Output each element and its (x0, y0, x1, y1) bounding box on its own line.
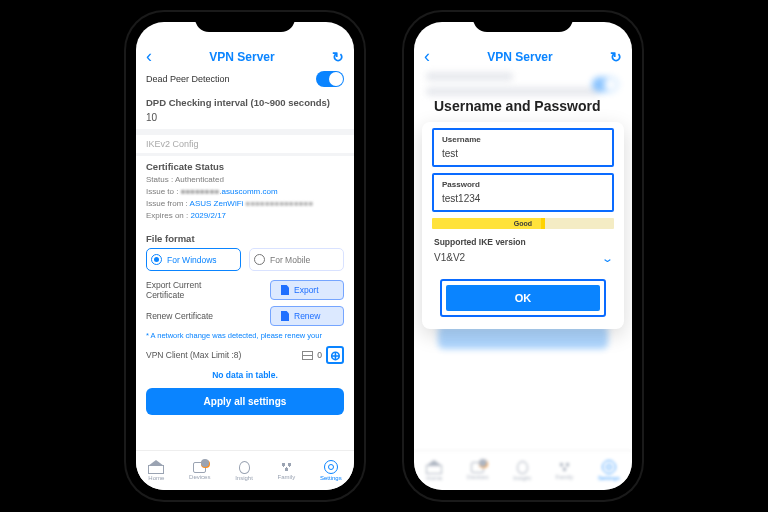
settings-icon (324, 460, 338, 474)
file-format-row: For Windows For Mobile (136, 246, 354, 277)
tab-settings[interactable]: Settings (598, 460, 620, 481)
renew-label: Renew Certificate (146, 311, 213, 321)
screen-right: ‹ VPN Server ↻ Username and Password Use… (414, 22, 632, 490)
dpd-interval-label: DPD Checking interval (10~900 seconds) (136, 92, 354, 110)
tab-family[interactable]: Family (278, 461, 296, 480)
family-icon (557, 461, 572, 473)
tab-devices[interactable]: 1Devices (189, 462, 210, 480)
cert-status-label: Certificate Status (136, 156, 354, 174)
vpn-client-count: 0 (317, 350, 322, 360)
document-icon (281, 285, 289, 295)
password-label: Password (442, 180, 604, 189)
username-value: test (442, 144, 604, 159)
ike-version-label: Supported IKE version (422, 229, 624, 249)
radio-icon (151, 254, 162, 265)
cert-issue-to-link[interactable]: asuscomm.com (222, 187, 278, 196)
notch (473, 12, 573, 32)
tab-home[interactable]: Home (148, 460, 164, 481)
chevron-down-icon: ⌄ (601, 252, 614, 265)
refresh-icon[interactable]: ↻ (332, 49, 344, 65)
back-icon[interactable]: ‹ (146, 46, 152, 67)
devices-icon: 1 (471, 462, 484, 473)
username-field[interactable]: Username test (432, 128, 614, 167)
document-icon (281, 311, 289, 321)
export-label: Export Current Certificate (146, 280, 216, 300)
header-title: VPN Server (209, 50, 274, 64)
renew-button[interactable]: Renew (270, 306, 344, 326)
cert-status: Status : Authenticated (146, 174, 344, 186)
password-strength: Good (432, 218, 614, 229)
vpn-client-label: VPN Client (Max Limit :8) (146, 350, 241, 360)
family-icon (279, 461, 294, 473)
ike-version-value: V1&V2 (434, 252, 465, 265)
ok-button-highlight: OK (440, 279, 606, 317)
dpd-label: Dead Peer Detection (146, 74, 230, 84)
username-label: Username (442, 135, 604, 144)
radio-for-windows[interactable]: For Windows (146, 248, 241, 271)
settings-icon (602, 460, 616, 474)
vpn-client-row: VPN Client (Max Limit :8) 0 ⊕ (136, 340, 354, 366)
home-icon (426, 465, 442, 474)
phone-left: ‹ VPN Server ↻ Dead Peer Detection DPD C… (126, 12, 364, 500)
radio-label: For Windows (167, 255, 217, 265)
export-button[interactable]: Export (270, 280, 344, 300)
renew-row: Renew Certificate Renew (136, 303, 354, 329)
add-vpn-client-button[interactable]: ⊕ (326, 346, 344, 364)
radio-icon (254, 254, 265, 265)
devices-icon: 1 (193, 462, 206, 473)
apply-all-settings-button[interactable]: Apply all settings (146, 388, 344, 415)
devices-badge: 1 (479, 460, 488, 468)
devices-badge: 1 (201, 460, 210, 468)
tab-devices[interactable]: 1Devices (467, 462, 488, 480)
radio-label: For Mobile (270, 255, 310, 265)
screen-left: ‹ VPN Server ↻ Dead Peer Detection DPD C… (136, 22, 354, 490)
radio-for-mobile[interactable]: For Mobile (249, 248, 344, 271)
tab-settings[interactable]: Settings (320, 460, 342, 481)
ike-version-select[interactable]: V1&V2 ⌄ (422, 249, 624, 275)
ok-button[interactable]: OK (446, 285, 600, 311)
insight-icon (517, 461, 528, 474)
credentials-modal: Username and Password Username test Pass… (422, 122, 624, 329)
no-data-label: No data in table. (136, 366, 354, 386)
tab-insight[interactable]: Insight (513, 461, 531, 481)
cert-lines: Status : Authenticated Issue to : ■■■■■■… (136, 174, 354, 228)
ikev2-config-label: IKEv2 Config (136, 135, 354, 153)
insight-icon (239, 461, 250, 474)
phone-right: ‹ VPN Server ↻ Username and Password Use… (404, 12, 642, 500)
cert-issue-from-link[interactable]: ASUS ZenWiFi (190, 199, 244, 208)
table-icon (302, 351, 313, 360)
password-value: test1234 (442, 189, 604, 204)
tab-family[interactable]: Family (556, 461, 574, 480)
cert-issue-to: Issue to : ■■■■■■■■.asuscomm.com (146, 186, 344, 198)
tab-bar: Home 1Devices Insight Family Settings (136, 450, 354, 490)
cert-expires: Expires on : 2029/2/17 (146, 210, 344, 222)
modal-title: Username and Password (422, 98, 613, 122)
dpd-row: Dead Peer Detection (136, 66, 354, 92)
notch (195, 12, 295, 32)
dpd-interval-value[interactable]: 10 (136, 110, 354, 129)
tab-insight[interactable]: Insight (235, 461, 253, 481)
password-field[interactable]: Password test1234 (432, 173, 614, 212)
dpd-toggle[interactable] (316, 71, 344, 87)
network-change-note: * A network change was detected, please … (136, 329, 354, 340)
content: Dead Peer Detection DPD Checking interva… (136, 66, 354, 450)
vpn-client-count-group: 0 ⊕ (302, 346, 344, 364)
cert-expires-link[interactable]: 2029/2/17 (190, 211, 226, 220)
home-icon (148, 465, 164, 474)
file-format-label: File format (136, 228, 354, 246)
cert-issue-from: Issue from : ASUS ZenWiFi ■■■■■■■■■■■■■■ (146, 198, 344, 210)
tab-bar: Home 1Devices Insight Family Settings (414, 450, 632, 490)
tab-home[interactable]: Home (426, 460, 442, 481)
export-row: Export Current Certificate Export (136, 277, 354, 303)
